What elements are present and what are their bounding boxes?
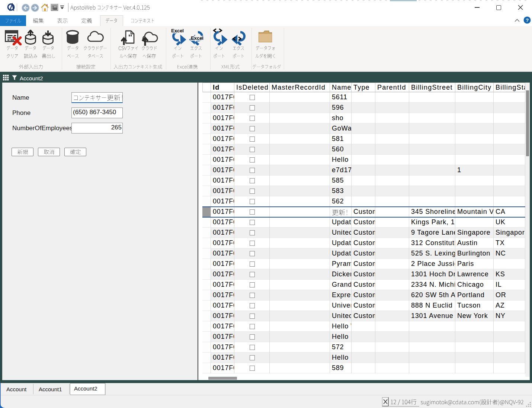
svg-text:?: ? <box>526 17 529 23</box>
